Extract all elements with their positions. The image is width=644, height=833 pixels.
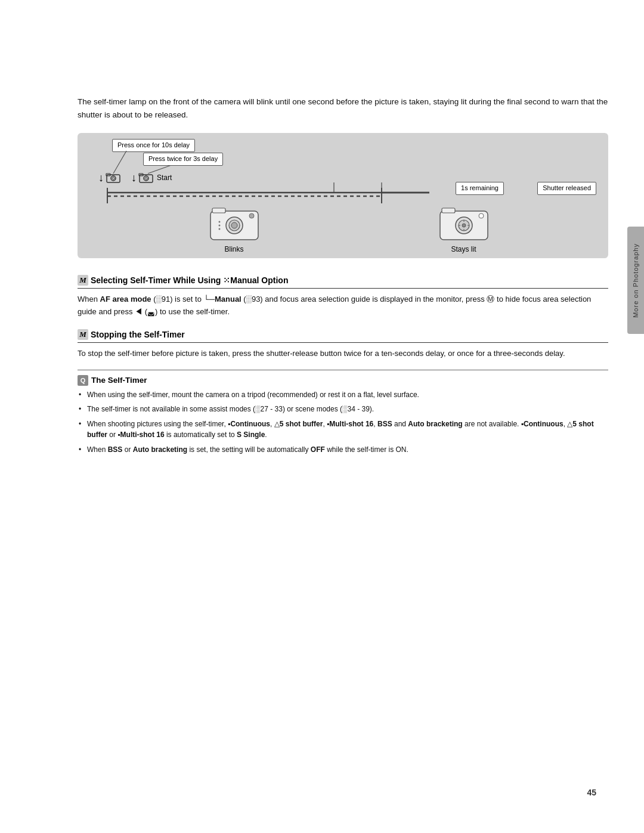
camera-icon-small-2	[138, 172, 154, 184]
section2-heading-container: M Stopping the Self-Timer	[78, 329, 608, 343]
camera-blinks: Blinks	[208, 204, 261, 253]
caution-item-4: When BSS or Auto bracketing is set, the …	[78, 444, 608, 456]
section1-heading-container: M Selecting Self-Timer While Using ⁙Manu…	[78, 275, 608, 289]
caution-heading-text: The Self-Timer	[91, 376, 147, 385]
side-tab-label: More on Photography	[632, 243, 639, 318]
note-icon-1: M	[78, 275, 88, 286]
note-icon-2: M	[78, 329, 88, 340]
stays-lit-label: Stays lit	[451, 245, 476, 253]
svg-point-36	[479, 213, 484, 218]
caution-section: Q The Self-Timer When using the self-tim…	[78, 370, 608, 456]
intro-paragraph: The self-timer lamp on the front of the …	[78, 95, 608, 121]
caution-item-2: The self-timer is not available in some …	[78, 404, 608, 415]
svg-point-23	[249, 213, 254, 218]
self-timer-diagram: Press once for 10s delay	[78, 133, 608, 258]
svg-point-14	[144, 176, 148, 181]
content-area: The self-timer lamp on the front of the …	[78, 0, 608, 456]
svg-point-25	[218, 225, 220, 227]
svg-point-24	[218, 221, 220, 223]
svg-point-26	[218, 228, 220, 230]
released-label: Shutter released	[537, 182, 596, 194]
camera-stays-lit-svg	[437, 204, 491, 243]
cameras-row: Blinks	[78, 204, 608, 253]
svg-line-0	[113, 151, 126, 174]
page-number: 45	[587, 788, 596, 797]
side-tab: More on Photography	[627, 227, 644, 334]
camera-stays-lit: Stays lit	[437, 204, 491, 253]
caution-item-1: When using the self-timer, mount the cam…	[78, 389, 608, 401]
label-once: Press once for 10s delay	[112, 139, 195, 151]
caution-divider	[78, 370, 608, 370]
section1-heading: Selecting Self-Timer While Using ⁙Manual…	[91, 275, 288, 285]
section1-body: When AF area mode (░91) is set to └─Manu…	[78, 293, 608, 318]
button-press-2: ↓ Start	[131, 172, 172, 184]
svg-point-10	[111, 176, 116, 181]
svg-point-15	[145, 177, 147, 179]
button-press-1: ↓	[98, 172, 121, 184]
camera-blinks-svg	[208, 204, 261, 243]
camera-icon-small-1	[106, 172, 121, 184]
remaining-label: 1s remaining	[456, 182, 504, 194]
caution-heading-container: Q The Self-Timer	[78, 375, 608, 386]
start-label: Start	[157, 174, 172, 182]
arrow-down-2: ↓	[131, 172, 137, 183]
page: More on Photography The self-timer lamp …	[0, 0, 644, 833]
caution-list: When using the self-timer, mount the cam…	[78, 389, 608, 456]
caution-item-3: When shooting pictures using the self-ti…	[78, 419, 608, 441]
section2-body: To stop the self-timer before picture is…	[78, 348, 608, 360]
svg-point-35	[462, 224, 466, 227]
svg-rect-19	[212, 208, 225, 213]
arrow-down-1: ↓	[98, 172, 104, 183]
blinks-label: Blinks	[224, 245, 243, 253]
svg-point-22	[231, 222, 237, 228]
label-twice: Press twice for 3s delay	[143, 153, 223, 165]
svg-point-11	[112, 177, 114, 179]
section2-heading: Stopping the Self-Timer	[91, 330, 185, 339]
svg-rect-28	[442, 208, 455, 213]
caution-icon: Q	[78, 375, 88, 386]
